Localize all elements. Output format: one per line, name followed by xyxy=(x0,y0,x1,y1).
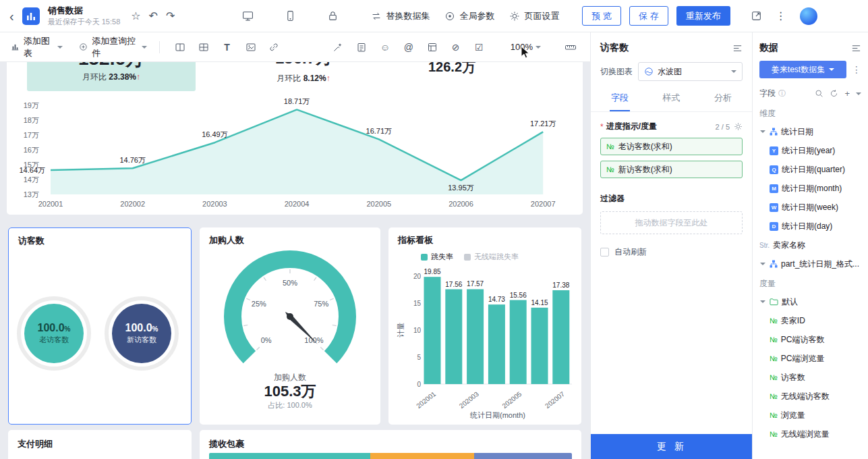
dimension-item[interactable]: M统计日期(month) xyxy=(767,179,864,198)
image-tool-icon[interactable] xyxy=(242,38,259,56)
undo-icon[interactable]: ↶ xyxy=(149,11,158,22)
measure-item[interactable]: №PC端浏览量 xyxy=(767,349,864,368)
legend-item[interactable]: 跳失率 xyxy=(421,252,453,262)
layout-grid-icon[interactable] xyxy=(195,38,212,56)
refresh-icon[interactable] xyxy=(830,89,838,98)
kpi-board-card[interactable]: 指标看板 跳失率 无线端跳失率 0510152019.8517.5617.571… xyxy=(388,227,581,425)
metric-value: 156.7万 xyxy=(236,62,371,69)
layout-split-icon[interactable] xyxy=(172,38,189,56)
filter-dropzone[interactable]: 拖动数据字段至此处 xyxy=(600,211,743,234)
trend-chart-card[interactable]: 152.6万 月环比 23.38%↑ 156.7万 月环比 8.12%↑ 126… xyxy=(7,62,583,215)
filter-disable-icon[interactable]: ⊘ xyxy=(447,38,464,56)
tab-analysis[interactable]: 分析 xyxy=(713,89,733,111)
dimension-item[interactable]: Str.卖家名称 xyxy=(757,236,864,254)
back-icon[interactable]: ‹ xyxy=(9,9,14,23)
measure-folder[interactable]: 默认 xyxy=(757,292,864,311)
visitors-card[interactable]: 访客数 100.0% 老访客数 100.0% 新访客数 xyxy=(8,227,192,425)
collapse-panel-icon[interactable] xyxy=(851,43,861,53)
emoji-icon[interactable]: ☺ xyxy=(377,38,394,56)
stacked-bar-segment xyxy=(370,453,474,459)
svg-text:15.56: 15.56 xyxy=(510,292,527,299)
svg-text:202007: 202007 xyxy=(531,200,556,208)
favorite-star-icon[interactable]: ☆ xyxy=(131,11,140,22)
dimension-item[interactable]: W统计日期(week) xyxy=(767,198,864,217)
preview-button[interactable]: 预 览 xyxy=(582,6,621,26)
svg-text:20: 20 xyxy=(413,273,422,280)
switch-chart-label: 切换图表 xyxy=(600,66,633,78)
chart-config-panel: 访客数 切换图表 水波图 字段 样式 分析 * 进度指示/度量 2 / 5 xyxy=(590,32,752,459)
tab-fields[interactable]: 字段 xyxy=(610,89,630,111)
web-component-icon[interactable]: @ xyxy=(400,38,417,56)
svg-text:10: 10 xyxy=(413,327,422,334)
open-in-new-icon[interactable] xyxy=(751,10,762,22)
dimension-item[interactable]: D统计日期(day) xyxy=(767,217,864,236)
svg-text:202003: 202003 xyxy=(458,390,480,410)
date-granularity-icon: Q xyxy=(770,165,778,174)
update-button[interactable]: 更 新 xyxy=(591,434,753,459)
redo-icon[interactable]: ↷ xyxy=(166,11,175,22)
parcel-card[interactable]: 揽收包裹 xyxy=(200,430,581,459)
add-field-icon[interactable]: + xyxy=(844,88,850,99)
chevron-down-icon[interactable] xyxy=(856,92,861,98)
replace-dataset-button[interactable]: 替换数据集 xyxy=(371,10,430,22)
measure-item[interactable]: №卖家ID xyxy=(767,311,864,330)
measure-field-pill[interactable]: № 新访客数(求和) xyxy=(600,161,743,178)
link-tool-icon[interactable] xyxy=(266,38,283,56)
last-saved-text: 最近保存于今天 15:58 xyxy=(48,18,121,26)
svg-text:25%: 25% xyxy=(252,300,266,308)
numeric-icon: № xyxy=(770,317,778,325)
ruler-icon[interactable] xyxy=(562,38,579,56)
chart-type-select[interactable]: 水波图 xyxy=(638,62,743,81)
clipboard-icon[interactable] xyxy=(353,38,370,56)
page-settings-button[interactable]: 页面设置 xyxy=(509,10,559,22)
zoom-select[interactable]: 100% xyxy=(511,42,541,52)
card-title: 访客数 xyxy=(18,235,45,247)
svg-text:17.38: 17.38 xyxy=(552,281,569,289)
measure-item[interactable]: №无线端访客数 xyxy=(767,387,864,406)
measure-item[interactable]: №无线端浏览量 xyxy=(767,425,864,443)
user-avatar[interactable] xyxy=(800,7,817,25)
svg-text:75%: 75% xyxy=(314,300,328,308)
save-button[interactable]: 保 存 xyxy=(629,6,668,26)
dimension-item[interactable]: 统计日期 xyxy=(757,122,864,141)
material-icon[interactable] xyxy=(424,38,440,56)
payment-detail-card[interactable]: 支付明细 xyxy=(8,430,192,459)
theme-icon[interactable] xyxy=(330,38,347,56)
measure-section-label: 进度指示/度量 xyxy=(606,121,657,132)
dimension-item[interactable]: Q统计日期(quarter) xyxy=(767,160,864,179)
more-menu-icon[interactable]: ⋮ xyxy=(776,11,786,22)
measure-item[interactable]: №PC端访客数 xyxy=(767,330,864,349)
mobile-preview-icon[interactable] xyxy=(285,10,296,22)
measure-list: 默认 №卖家ID№PC端访客数№PC端浏览量№访客数№无线端访客数№浏览量№无线… xyxy=(753,292,868,443)
svg-text:202001: 202001 xyxy=(38,200,63,208)
desktop-preview-icon[interactable] xyxy=(242,10,254,22)
collapse-panel-icon[interactable] xyxy=(732,43,743,53)
checklist-icon[interactable]: ☑ xyxy=(471,38,488,56)
dashboard-logo-icon xyxy=(22,7,40,25)
dimension-item[interactable]: Y统计日期(year) xyxy=(767,141,864,160)
gear-icon[interactable] xyxy=(734,122,743,131)
gauge-card[interactable]: 加购人数 0%25%50%75%100% 加购人数 105.3万 占比: 100… xyxy=(200,227,380,425)
legend-item[interactable]: 无线端跳失率 xyxy=(464,252,519,262)
dashboard-canvas[interactable]: 152.6万 月环比 23.38%↑ 156.7万 月环比 8.12%↑ 126… xyxy=(0,62,590,459)
card-title: 指标看板 xyxy=(398,234,433,246)
republish-button[interactable]: 重新发布 xyxy=(676,6,730,26)
dataset-select-button[interactable]: 姜来test数据集 xyxy=(759,61,846,78)
dataset-more-icon[interactable]: ⋮ xyxy=(852,64,861,75)
text-tool-icon[interactable]: T xyxy=(219,38,235,56)
dimension-item[interactable]: part_统计日期_格式... xyxy=(757,254,864,273)
search-icon[interactable] xyxy=(815,89,823,98)
lock-icon[interactable] xyxy=(327,10,339,22)
measure-item[interactable]: №浏览量 xyxy=(767,406,864,425)
add-chart-button[interactable]: 添加图表 xyxy=(11,35,63,59)
stacked-bar-segment xyxy=(474,453,572,459)
tab-style[interactable]: 样式 xyxy=(662,89,682,111)
global-params-button[interactable]: 全局参数 xyxy=(444,10,494,22)
measure-item[interactable]: №访客数 xyxy=(767,368,864,387)
svg-text:14.73: 14.73 xyxy=(488,296,505,303)
config-tabs: 字段 样式 分析 xyxy=(591,89,752,112)
measure-field-pill[interactable]: № 老访客数(求和) xyxy=(600,138,743,155)
add-query-control-button[interactable]: 添加查询控件 xyxy=(79,35,146,59)
svg-text:15: 15 xyxy=(413,300,422,307)
auto-refresh-checkbox[interactable] xyxy=(600,248,609,256)
